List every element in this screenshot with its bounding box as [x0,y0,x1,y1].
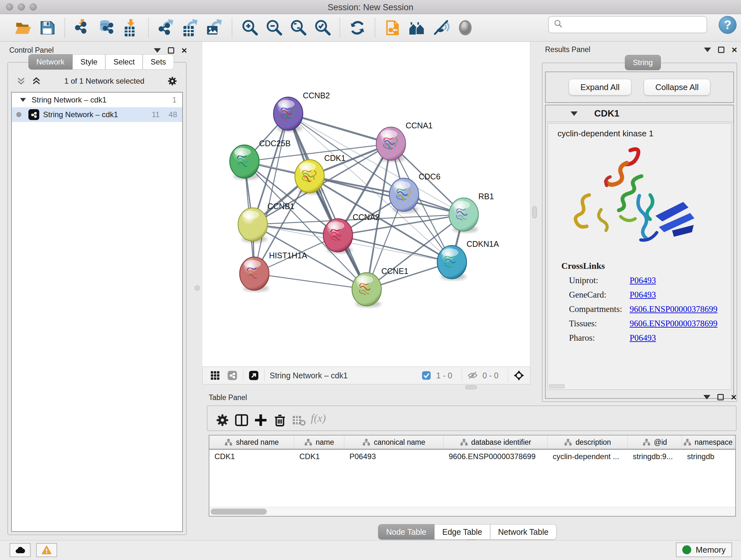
node-label-CDK1: CDK1 [324,153,346,163]
column-header-canonical-name[interactable]: canonical name [344,435,444,449]
zoom-selected-icon[interactable] [313,18,332,37]
vertical-splitter-handle-left[interactable] [195,286,200,291]
edge-CDK1-RB1[interactable] [310,176,464,214]
table-row[interactable]: CDK1CDK1P064939606.ENSP00000378699cyclin… [209,449,735,463]
node-CDKN1A[interactable]: CDKN1A [437,240,499,280]
open-session-icon[interactable] [14,18,32,37]
help-button[interactable]: ? [719,16,737,34]
import-string-network-icon[interactable] [383,18,402,37]
tab-string[interactable]: String [625,55,661,70]
node-CCNA1[interactable]: CCNA1 [376,121,433,162]
cell-shared-name[interactable]: CDK1 [209,452,294,461]
expand-all-button[interactable]: Expand All [569,79,631,96]
grid-view-icon[interactable] [210,370,220,381]
crosslink-link[interactable]: 9606.ENSP00000378699 [630,319,718,328]
cloud-status-button[interactable] [10,543,30,557]
crosslink-link[interactable]: 9606.ENSP00000378699 [630,304,718,314]
tab-edge-table[interactable]: Edge Table [434,524,490,540]
tab-network-table[interactable]: Network Table [490,524,556,540]
string-network-graph[interactable]: CCNB2CCNA1CDC25BCDK1CDC6RB1CCNB1CCNA2CDK… [202,42,530,367]
tab-select[interactable]: Select [105,54,143,70]
import-network-file-icon[interactable] [73,18,91,37]
table-panel-close-icon[interactable]: × [731,394,737,400]
cell-description[interactable]: cyclin-dependent ... [548,452,628,461]
network-overview-icon[interactable] [408,18,426,37]
search-box[interactable] [548,16,707,33]
hide-panels-icon[interactable] [432,18,450,37]
detach-view-icon[interactable] [248,370,259,381]
edge-CCNB2-CCNE1[interactable] [288,114,367,289]
table-scrollbar-thumb[interactable] [211,509,267,515]
tab-node-table[interactable]: Node Table [378,524,434,540]
network-badge-icon[interactable] [227,370,238,381]
export-network-icon[interactable] [157,18,175,37]
column-header-shared-name[interactable]: shared name [209,435,294,449]
refresh-view-icon[interactable] [348,18,367,37]
edge-CCNB2-HIST1H1A[interactable] [254,114,288,273]
network-view-canvas[interactable]: CCNB2CCNA1CDC25BCDK1CDC6RB1CCNB1CCNA2CDK… [202,42,530,367]
import-network-database-icon[interactable] [97,18,116,37]
show-panel-icon[interactable] [456,18,475,37]
collapse-all-networks-icon[interactable] [16,76,26,86]
network-options-gear-icon[interactable] [167,76,178,86]
vertical-splitter-handle-right[interactable] [532,206,537,219]
column-header-name[interactable]: name [294,435,344,449]
table-horizontal-scrollbar[interactable] [209,507,735,516]
tab-sets[interactable]: Sets [143,54,174,70]
node-HIST1H1A[interactable]: HIST1H1A [240,251,307,292]
column-header--id[interactable]: @id [628,435,682,449]
warnings-button[interactable] [36,543,57,557]
cell-canonical-name[interactable]: P06493 [344,452,444,461]
search-input[interactable] [567,20,702,29]
tree-expand-caret-icon[interactable] [20,98,26,102]
control-panel-float-icon[interactable] [168,47,174,54]
tab-style[interactable]: Style [72,54,105,70]
network-tree-row[interactable]: String Network – cdk1 11 48 [12,107,182,122]
table-panel-float-icon[interactable] [718,394,724,400]
cell-namespace[interactable]: stringdb [682,452,734,461]
column-header-namespace[interactable]: namespace [682,435,734,449]
results-panel-float-icon[interactable] [718,47,724,53]
collapse-all-button[interactable]: Collapse All [644,79,711,96]
crosslink-link[interactable]: P06493 [630,333,656,343]
export-image-icon[interactable] [205,18,224,37]
toolbar-divider [340,18,340,38]
import-table-file-icon[interactable] [122,18,140,37]
zoom-fit-icon[interactable] [289,18,307,37]
cell--id[interactable]: stringdb:9... [628,452,682,461]
save-session-icon[interactable] [38,18,57,37]
selected-items-checkbox-icon[interactable] [421,370,432,381]
protein-structure-image [567,143,708,258]
column-header-database-identifier[interactable]: database identifier [444,435,548,449]
node-CCNE1[interactable]: CCNE1 [352,266,408,307]
edge-HIST1H1A-CCNE1[interactable] [254,273,367,289]
results-panel-close-icon[interactable]: × [731,47,737,53]
edge-CCNA2-CDKN1A[interactable] [338,235,452,262]
column-header-description[interactable]: description [548,435,628,449]
results-panel-menu-caret-icon[interactable] [704,48,711,52]
gene-section-collapse-icon[interactable] [570,111,578,116]
crosslink-link[interactable]: P06493 [630,275,656,286]
zoom-out-icon[interactable] [265,18,283,37]
network-tree-row[interactable]: String Network – cdk1 1 [12,92,182,107]
expand-all-networks-icon[interactable] [31,76,42,86]
cell-database-identifier[interactable]: 9606.ENSP00000378699 [444,452,548,461]
table-panel-menu-caret-icon[interactable] [703,395,711,399]
memory-status-button[interactable]: Memory [676,543,732,557]
node-RB1[interactable]: RB1 [449,192,494,233]
delete-column-icon[interactable] [273,413,283,424]
gene-section-header[interactable]: CDK1 [546,105,733,122]
add-column-icon[interactable] [253,413,264,424]
cell-name[interactable]: CDK1 [294,452,344,461]
birds-eye-view-icon[interactable] [514,370,524,381]
crosslink-link[interactable]: P06493 [630,290,656,300]
node-CCNB1[interactable]: CCNB1 [238,202,294,243]
control-panel-menu-caret-icon[interactable] [154,48,161,53]
edge-CCNB2-CCNA1[interactable] [288,114,391,144]
tab-network[interactable]: Network [28,54,72,70]
table-options-gear-icon[interactable] [215,413,226,424]
control-panel-close-icon[interactable]: × [181,47,187,54]
zoom-in-icon[interactable] [240,18,259,37]
export-table-icon[interactable] [181,18,199,37]
show-columns-icon[interactable] [234,413,245,424]
